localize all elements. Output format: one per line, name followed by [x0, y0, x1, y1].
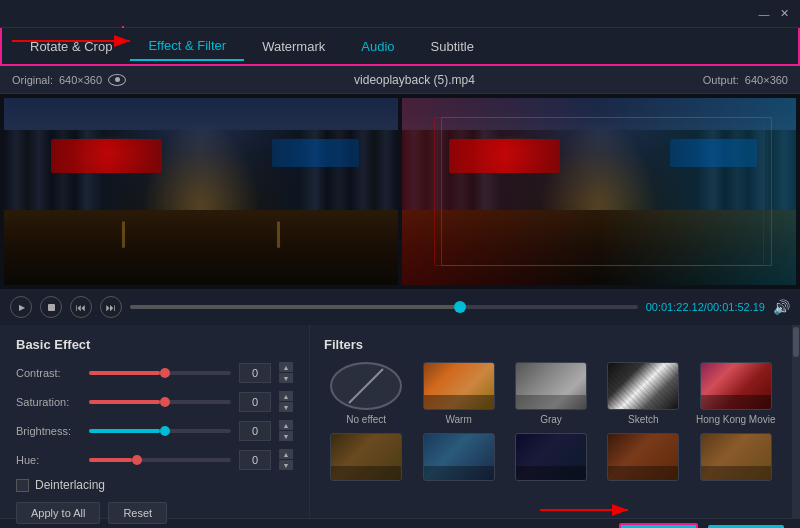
preview-video-frame [402, 98, 796, 285]
preview-eye-icon[interactable] [108, 74, 126, 86]
filter-warm-label: Warm [445, 414, 471, 425]
filter-r2-5-thumb [700, 433, 772, 481]
tab-audio[interactable]: Audio [343, 33, 412, 60]
output-label: Output: [703, 74, 739, 86]
close-button[interactable]: ✕ [776, 6, 792, 22]
tab-subtitle[interactable]: Subtitle [413, 33, 492, 60]
hue-value: 0 [239, 450, 271, 470]
saturation-down[interactable]: ▼ [279, 402, 293, 412]
video-area [0, 94, 800, 289]
filter-gray[interactable]: Gray [509, 362, 593, 425]
filters-panel: Filters No effect Warm [310, 325, 792, 518]
filter-sketch[interactable]: Sketch [601, 362, 685, 425]
saturation-spinner[interactable]: ▲ ▼ [279, 391, 293, 412]
filter-sketch-label: Sketch [628, 414, 659, 425]
contrast-fill [89, 371, 160, 375]
filters-title: Filters [324, 337, 778, 352]
filter-r2-2[interactable] [416, 433, 500, 485]
brightness-thumb[interactable] [160, 426, 170, 436]
hue-fill [89, 458, 132, 462]
play-icon: ▶ [19, 303, 25, 312]
filter-r2-4-thumb [607, 433, 679, 481]
prev-frame-button[interactable]: ⏮ [70, 296, 92, 318]
contrast-slider[interactable] [89, 371, 231, 375]
sketch-lines [608, 363, 678, 409]
brightness-spinner[interactable]: ▲ ▼ [279, 420, 293, 441]
billboard-right [272, 139, 359, 167]
filter-r2-5[interactable] [694, 433, 778, 485]
stop-icon [48, 304, 55, 311]
lane-line-2 [277, 221, 280, 247]
tab-effect-filter[interactable]: Effect & Filter [130, 32, 244, 61]
filter-r2-3[interactable] [509, 433, 593, 485]
tab-rotate-crop[interactable]: Rotate & Crop [12, 33, 130, 60]
filter-hk-label: Hong Kong Movie [696, 414, 776, 425]
brightness-up[interactable]: ▲ [279, 420, 293, 430]
deinterlacing-row: Deinterlacing [16, 478, 293, 492]
filter-hk-movie[interactable]: Hong Kong Movie [694, 362, 778, 425]
reset-button[interactable]: Reset [108, 502, 167, 524]
original-info: Original: 640×360 [12, 74, 126, 86]
brightness-label: Brightness: [16, 425, 81, 437]
hue-label: Hue: [16, 454, 81, 466]
scroll-track[interactable] [792, 325, 800, 518]
brightness-fill [89, 429, 160, 433]
current-time: 00:01:22.12 [646, 301, 704, 313]
next-frame-icon: ⏭ [106, 302, 116, 313]
warm-shadow [424, 395, 494, 409]
filter-sketch-thumb [607, 362, 679, 410]
hue-down[interactable]: ▼ [279, 460, 293, 470]
filter-r2-3-thumb [515, 433, 587, 481]
contrast-up[interactable]: ▲ [279, 362, 293, 372]
filter-r2-1[interactable] [324, 433, 408, 485]
output-size: 640×360 [745, 74, 788, 86]
saturation-up[interactable]: ▲ [279, 391, 293, 401]
billboard-left [51, 139, 161, 173]
contrast-value: 0 [239, 363, 271, 383]
saturation-slider[interactable] [89, 400, 231, 404]
seek-progress [130, 305, 460, 309]
contrast-thumb[interactable] [160, 368, 170, 378]
hue-up[interactable]: ▲ [279, 449, 293, 459]
filter-warm[interactable]: Warm [416, 362, 500, 425]
output-info: Output: 640×360 [703, 74, 788, 86]
brightness-down[interactable]: ▼ [279, 431, 293, 441]
basic-effect-panel: Basic Effect Contrast: 0 ▲ ▼ Saturation: [0, 325, 310, 518]
seek-bar[interactable] [130, 305, 638, 309]
brightness-row: Brightness: 0 ▲ ▼ [16, 420, 293, 441]
basic-effect-title: Basic Effect [16, 337, 293, 352]
filters-grid: No effect Warm Gray [324, 362, 778, 485]
scroll-thumb[interactable] [793, 327, 799, 357]
next-frame-button[interactable]: ⏭ [100, 296, 122, 318]
filter-no-effect-thumb [330, 362, 402, 410]
saturation-thumb[interactable] [160, 397, 170, 407]
stop-button[interactable] [40, 296, 62, 318]
filter-gray-thumb [515, 362, 587, 410]
original-video-panel[interactable] [4, 98, 398, 285]
filter-r2-4[interactable] [601, 433, 685, 485]
apply-all-button[interactable]: Apply to All [16, 502, 100, 524]
info-bar: Original: 640×360 videoplayback (5).mp4 … [0, 66, 800, 94]
gray-shadow [516, 395, 586, 409]
volume-icon[interactable]: 🔊 [773, 299, 790, 315]
contrast-down[interactable]: ▼ [279, 373, 293, 383]
tab-bar: Rotate & Crop Effect & Filter Watermark … [0, 28, 800, 66]
deinterlacing-label: Deinterlacing [35, 478, 105, 492]
filter-no-effect[interactable]: No effect [324, 362, 408, 425]
ok-button[interactable]: OK [619, 523, 698, 528]
preview-video-panel[interactable] [402, 98, 796, 285]
tab-watermark[interactable]: Watermark [244, 33, 343, 60]
hue-slider[interactable] [89, 458, 231, 462]
lane-line-1 [122, 221, 125, 247]
minimize-button[interactable]: — [756, 6, 772, 22]
saturation-label: Saturation: [16, 396, 81, 408]
brightness-slider[interactable] [89, 429, 231, 433]
play-button[interactable]: ▶ [10, 296, 32, 318]
filter-r2-1-thumb [330, 433, 402, 481]
transport-bar: ▶ ⏮ ⏭ 00:01:22.12/00:01:52.19 🔊 [0, 289, 800, 325]
hue-spinner[interactable]: ▲ ▼ [279, 449, 293, 470]
hue-thumb[interactable] [132, 455, 142, 465]
seek-thumb[interactable] [454, 301, 466, 313]
deinterlacing-checkbox[interactable] [16, 479, 29, 492]
contrast-spinner[interactable]: ▲ ▼ [279, 362, 293, 383]
